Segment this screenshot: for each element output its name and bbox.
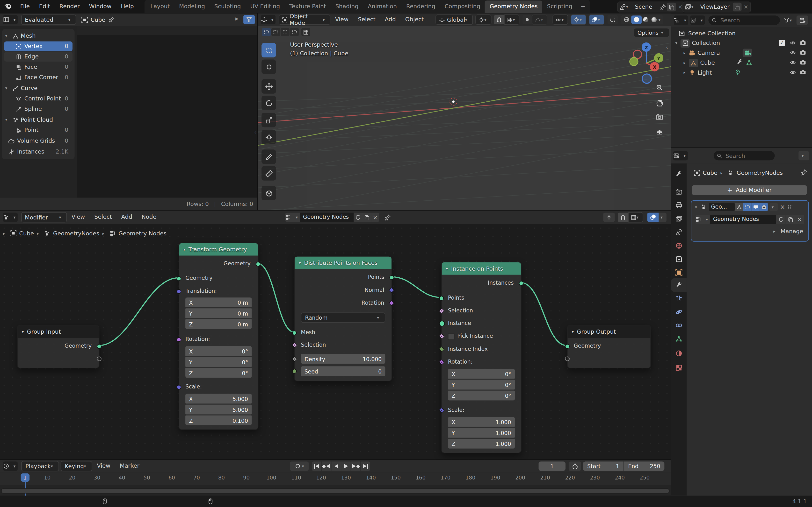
input-socket-instance[interactable] <box>439 321 445 326</box>
properties-tab-object[interactable] <box>675 269 682 276</box>
mesh-data-icon[interactable] <box>746 59 753 66</box>
outliner-search-input[interactable] <box>719 16 769 24</box>
virtual-socket[interactable] <box>565 356 570 361</box>
node-tree-copy-button[interactable] <box>785 215 795 224</box>
tool-annotate[interactable] <box>261 150 276 164</box>
frame-end-field[interactable]: End250 <box>624 461 664 471</box>
outliner-row-light[interactable]: ▸ Light <box>671 68 812 78</box>
dataset-group-mesh[interactable]: ▾ Mesh <box>0 31 77 41</box>
properties-tab-collection[interactable] <box>675 256 682 263</box>
modifier-render-toggle[interactable] <box>760 203 768 211</box>
modifier-drag-handle[interactable] <box>788 205 792 209</box>
play-reverse-button[interactable] <box>331 461 341 471</box>
tab-shading[interactable]: Shading <box>331 0 363 12</box>
node-tree-name-field[interactable]: Geometry Nodes <box>710 215 776 224</box>
breadcrumb-object[interactable]: Cube <box>703 169 717 176</box>
use-preview-range-toggle[interactable] <box>569 461 581 471</box>
outliner-editor-type-button[interactable]: ▾ <box>674 15 688 25</box>
fake-user-toggle[interactable] <box>776 215 785 224</box>
translation-z-field[interactable]: Z0 m <box>185 319 252 329</box>
outliner-search[interactable] <box>708 15 780 25</box>
menu-edit[interactable]: Edit <box>34 0 55 12</box>
viewport-menu-view[interactable]: View <box>331 13 353 26</box>
spreadsheet-pin-icon[interactable] <box>108 17 115 23</box>
properties-tab-texture[interactable] <box>675 364 682 372</box>
outliner-row-cube[interactable]: ▸ Cube <box>671 58 812 68</box>
add-workspace-button[interactable]: + <box>577 0 589 12</box>
properties-tab-object-data[interactable] <box>675 335 682 343</box>
input-socket-translation[interactable] <box>176 289 181 294</box>
node-header[interactable]: ▾Distribute Points on Faces <box>295 257 392 269</box>
spreadsheet-editor-type-button[interactable]: ▾ <box>3 15 18 24</box>
rotation-z-field[interactable]: Z0° <box>448 391 515 400</box>
outliner-filter-dropdown[interactable]: ▾ <box>783 17 794 23</box>
modifier-viewport-toggle[interactable] <box>751 203 760 211</box>
options-button[interactable]: Options▾ <box>634 29 669 37</box>
scale-y-field[interactable]: Y1.000 <box>448 428 515 438</box>
pivot-point-dropdown[interactable]: ▾ <box>475 14 492 25</box>
input-socket-scale[interactable] <box>176 385 181 389</box>
gizmo-negative-z[interactable] <box>642 73 652 84</box>
sidebar-collapse-icon[interactable]: ‹ <box>666 44 668 50</box>
jump-to-next-keyframe-button[interactable] <box>351 461 361 471</box>
light-data-icon[interactable] <box>734 69 741 75</box>
select-mode-extend[interactable] <box>271 28 280 36</box>
properties-editor-type-button[interactable]: ▾ <box>673 151 688 161</box>
scene-browse-icon[interactable]: ▾ <box>618 4 632 10</box>
dataset-row-vertex[interactable]: Vertex0 <box>4 41 72 51</box>
timeline-menu-marker[interactable]: Marker <box>115 460 144 472</box>
viewport-menu-object[interactable]: Object <box>400 13 428 26</box>
modifier-show-edit-mode-toggle[interactable] <box>735 203 743 211</box>
perspective-toggle-icon[interactable] <box>656 128 663 135</box>
jump-to-prev-keyframe-button[interactable] <box>322 461 331 471</box>
proportional-editing-toggle[interactable] <box>523 15 532 24</box>
output-socket-geometry[interactable] <box>97 344 101 348</box>
tab-scripting[interactable]: Scripting <box>542 0 577 12</box>
input-socket-geometry[interactable] <box>565 344 570 348</box>
modifier-tab-wrench-icon[interactable] <box>675 282 682 289</box>
timeline-menu-view[interactable]: View <box>92 460 115 472</box>
play-button[interactable] <box>341 461 351 471</box>
output-socket-geometry[interactable] <box>256 262 260 266</box>
tool-transform[interactable] <box>261 130 276 145</box>
tool-move[interactable] <box>261 79 276 94</box>
region-collapse-icon[interactable]: ‹ <box>254 129 256 135</box>
tab-texture-paint[interactable]: Texture Paint <box>285 0 331 12</box>
modifier-realtime-toggle[interactable] <box>743 203 751 211</box>
select-mode-intersect[interactable] <box>301 28 310 36</box>
properties-tab-physics[interactable] <box>675 308 682 316</box>
modifier-delete-button[interactable]: × <box>780 203 785 211</box>
overlays-dropdown[interactable]: ▾ <box>589 14 604 25</box>
dataset-row-volume-grids[interactable]: Volume Grids0 <box>0 136 77 146</box>
timeline-scrollbar[interactable] <box>1 489 669 494</box>
snap-target-dropdown[interactable]: ▾ <box>505 14 520 25</box>
spreadsheet-dataset-dropdown[interactable]: Evaluated▾ <box>21 14 76 25</box>
translation-y-field[interactable]: Y0 m <box>185 308 252 318</box>
add-modifier-button[interactable]: +Add Modifier <box>692 185 807 195</box>
tool-select-box[interactable] <box>261 43 276 57</box>
breadcrumb-modifier[interactable]: GeometryNodes <box>737 169 783 176</box>
node-header[interactable]: ▾Group Output <box>568 326 651 338</box>
tab-layout[interactable]: Layout <box>146 0 174 12</box>
node-tree-browse-button[interactable]: ▾ <box>696 215 710 224</box>
properties-tab-constraints[interactable] <box>675 322 682 329</box>
tool-rotate[interactable] <box>261 96 276 110</box>
auto-keying-toggle[interactable]: ▾ <box>290 461 309 471</box>
node-group-input[interactable]: ▾Group Input Geometry <box>17 325 100 369</box>
outliner-row-collection[interactable]: ▾ Collection ✓ <box>671 38 812 48</box>
menu-file[interactable]: File <box>15 0 34 12</box>
keying-dropdown[interactable]: Keying▾ <box>61 461 92 471</box>
menu-render[interactable]: Render <box>55 0 85 12</box>
input-socket-mesh[interactable] <box>292 330 297 335</box>
hide-viewport-icon[interactable] <box>789 69 797 75</box>
node-tree-unlink-button[interactable]: × <box>795 215 804 224</box>
outliner-row-camera[interactable]: ▸ Camera <box>671 48 812 58</box>
scene-name[interactable]: Scene <box>632 4 659 10</box>
shading-rendered-button[interactable] <box>650 17 658 22</box>
viewlayer-remove-button[interactable]: × <box>742 4 750 10</box>
modifier-extras-dropdown[interactable]: ▾ <box>769 203 778 211</box>
properties-pin-icon[interactable] <box>801 169 807 176</box>
modifier-expand-icon[interactable]: ▾ <box>695 205 699 209</box>
tab-modeling[interactable]: Modeling <box>174 0 210 12</box>
viewlayer-name[interactable]: ViewLayer <box>697 4 732 10</box>
